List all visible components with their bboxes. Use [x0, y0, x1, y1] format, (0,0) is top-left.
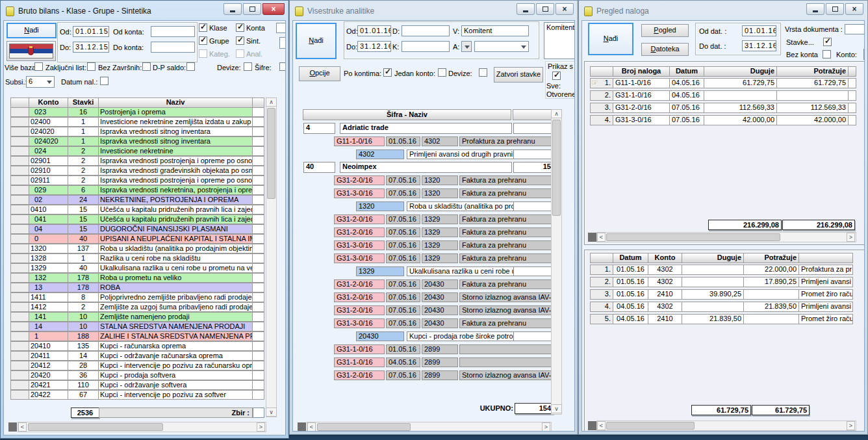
options-button[interactable]: Opcije	[299, 66, 340, 81]
table-row[interactable]: 4.04.05.16430221.839,50Primljeni avansi	[591, 302, 853, 312]
table-row[interactable]: 0296Ispravka vrednosti nekretnina, postr…	[11, 185, 264, 195]
cell-nalog[interactable]: G31-2-0/16	[334, 292, 385, 302]
cell-konto[interactable]: 20430	[422, 305, 458, 315]
row-selector[interactable]	[10, 127, 29, 136]
stavke-checkbox[interactable]	[823, 38, 832, 46]
header-sifra-naziv[interactable]: Šifra - Naziv	[303, 109, 511, 120]
cell-komitent-sifra[interactable]: 40	[303, 162, 335, 173]
od-date-input[interactable]: 01.01.16	[357, 25, 391, 36]
scroll-left-button[interactable]: <	[597, 421, 606, 430]
konta-checkbox[interactable]	[236, 23, 244, 32]
vertical-scroll-thumb[interactable]	[552, 120, 561, 216]
pogled-button[interactable]: Pogled	[641, 24, 689, 37]
table-row[interactable]: 040UPISANI A NEUPLAĆENI KAPITAL I STALNA…	[11, 234, 264, 244]
cell-konto[interactable]: 2899	[422, 357, 458, 367]
table-row[interactable]: 2042267Kupci - intervencije po pozivu za…	[11, 390, 264, 400]
scroll-right-button[interactable]: >	[542, 422, 550, 432]
filter-checkbox[interactable]	[87, 62, 96, 71]
table-row[interactable]: 024001Investicione nekretnine zemljišta …	[11, 117, 264, 127]
table-row[interactable]: 02316Postrojenja i oprema	[11, 107, 264, 117]
cell-datum[interactable]: 07.05.16	[386, 292, 420, 302]
row-selector[interactable]	[10, 380, 29, 390]
row-number[interactable]: 3.	[590, 289, 613, 300]
cell-konto[interactable]: 20430	[422, 318, 458, 328]
cell-nalog[interactable]: G31-2-0/16	[334, 227, 385, 237]
cell-nalog[interactable]: G11-1-0/16	[334, 136, 385, 146]
table-row[interactable]: 04115Učešća u kapitalu pridruženih pravn…	[11, 214, 264, 224]
table-row[interactable]: 029012Ispravka vrednosti postrojenja i o…	[11, 156, 264, 166]
cell-konto-naziv[interactable]: Ukalkulisana razlika u ceni robe u p	[407, 266, 515, 276]
cell-datum[interactable]: 07.05.16	[386, 175, 420, 185]
klase-checkbox[interactable]	[199, 23, 207, 32]
cell-konto[interactable]: 2899	[422, 370, 458, 380]
bez-konta-checkbox[interactable]	[823, 50, 831, 58]
grupe-checkbox[interactable]	[199, 36, 207, 45]
cell-opis[interactable]: Storno izlaznog avansa IAV-48-	[459, 292, 557, 302]
minimize-button[interactable]	[517, 3, 535, 15]
maximize-button[interactable]	[536, 3, 554, 15]
do-konta-input[interactable]	[151, 42, 195, 53]
komitent-listbox[interactable]: Komitent	[544, 22, 575, 59]
cell-konto[interactable]: 20430	[422, 292, 458, 302]
cell-opis[interactable]: Faktura za prehranu	[459, 214, 557, 224]
table-row[interactable]: 029112Ispravka vrednosti postrojenja i o…	[11, 175, 264, 185]
cell-datum[interactable]: 07.05.16	[386, 318, 420, 328]
cell-komitent-naziv[interactable]: Adriatic trade	[340, 123, 512, 134]
table-row[interactable]: 132178Roba u prometu na veliko	[11, 273, 264, 283]
find-button[interactable]: Nađi	[296, 23, 337, 59]
row-selector[interactable]	[10, 312, 29, 322]
row-number[interactable]: 1.	[590, 265, 613, 275]
table-row[interactable]: 1320137Roba u skladištu (analitika po pr…	[11, 244, 264, 253]
titlebar-pregled-naloga[interactable]: Pregled naloga ×	[579, 1, 867, 20]
cell-opis[interactable]: Storno izlaznog avansa IAV-48-	[459, 370, 557, 380]
cell-datum[interactable]: 07.05.16	[386, 279, 420, 289]
vrsta-dokumenta-input[interactable]	[845, 24, 865, 34]
cell-nalog[interactable]: G31-1-0/16	[334, 357, 385, 367]
cell-nalog[interactable]: G31-2-0/16	[334, 214, 385, 224]
do-date-input[interactable]: 31.12.16	[357, 41, 391, 52]
row-selector[interactable]	[10, 224, 29, 234]
header-stavki[interactable]: Stavki	[68, 97, 99, 108]
row-number[interactable]: 4.	[590, 115, 613, 125]
cell-konto[interactable]: 1320	[422, 175, 458, 185]
cell-konto[interactable]: 2899	[422, 344, 458, 354]
table-row[interactable]: 13281Razlika u ceni robe na skladištu	[11, 253, 264, 263]
od-date-input[interactable]: 01.01.16	[742, 25, 776, 36]
cell-opis[interactable]: Storno izlaznog avansa IAV-49-	[459, 305, 557, 315]
scroll-down-button[interactable]: ∨	[551, 404, 562, 413]
table-row[interactable]: 2.01.05.16430217.890,25Primljeni avansi	[591, 277, 853, 287]
cell-konto[interactable]: 1329	[356, 266, 404, 276]
row-selector[interactable]	[10, 253, 29, 263]
row-selector[interactable]	[10, 273, 29, 283]
minimize-button[interactable]	[223, 3, 242, 15]
minimize-button[interactable]	[806, 3, 824, 15]
scroll-up-button[interactable]: ∧	[266, 97, 277, 107]
cell-opis[interactable]: Faktura za prehranu	[459, 279, 557, 289]
row-selector[interactable]	[10, 166, 29, 175]
cell-konto[interactable]: 4302	[356, 149, 404, 159]
table-row[interactable]: 0240201Ispravka vrednosti sitnog inventa…	[11, 136, 264, 146]
cell-konto[interactable]: 1329	[422, 214, 458, 224]
row-selector[interactable]	[10, 351, 29, 361]
table-row[interactable]: 14118Poljoprivredno zemljište pribavljen…	[11, 292, 264, 302]
table-row[interactable]: 1.01.05.16430222.000,00Profaktura za pr	[591, 265, 853, 275]
table-row[interactable]: 2.G31-1-0/1604.05.16	[591, 90, 856, 101]
v-input[interactable]: Komitent	[461, 25, 529, 36]
row-selector[interactable]	[10, 205, 29, 214]
close-button[interactable]: ×	[845, 3, 863, 15]
table-row[interactable]: 3.G31-2-0/1607.05.16112.569,33112.569,33	[591, 103, 856, 113]
cell-opis[interactable]	[459, 344, 557, 354]
do-date-input[interactable]: 31.12.16	[742, 40, 776, 51]
row-selector[interactable]	[10, 156, 29, 166]
clipped-box-top[interactable]	[276, 23, 286, 33]
table-row[interactable]: 13178ROBA	[11, 283, 264, 292]
filter-checkbox[interactable]	[34, 62, 43, 71]
cell-konto[interactable]: 20430	[422, 279, 458, 289]
od-date-input[interactable]: 01.01.15	[73, 26, 109, 37]
row-selector[interactable]	[10, 283, 29, 292]
table-row[interactable]: 0240201Ispravka vrednosti sitnog inventa…	[11, 127, 264, 136]
table-row[interactable]: 3.01.05.16241039.890,25Promet žiro raču	[591, 289, 853, 300]
table-row[interactable]: 2041114Kupci - održavanje računarska opr…	[11, 351, 264, 361]
cell-opis[interactable]: Faktura za prehranu	[459, 227, 557, 237]
header-duguje[interactable]: Duguje	[682, 253, 744, 263]
